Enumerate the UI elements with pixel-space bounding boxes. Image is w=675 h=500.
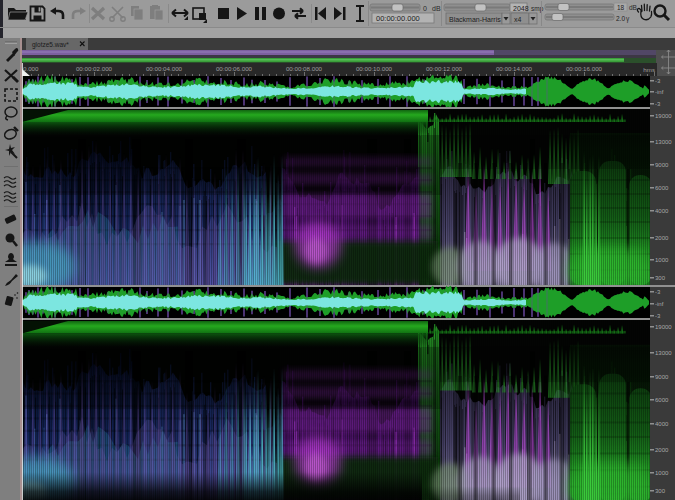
svg-text:00:00:08.000: 00:00:08.000 (286, 65, 323, 72)
svg-text:-3: -3 (655, 101, 661, 107)
svg-text:-3: -3 (655, 313, 661, 319)
svg-text:13000: 13000 (655, 350, 672, 356)
svg-text:19000: 19000 (655, 113, 672, 119)
svg-text:00:00:12.000: 00:00:12.000 (426, 65, 463, 72)
svg-text:300: 300 (655, 488, 666, 494)
svg-text:2000: 2000 (655, 447, 669, 453)
svg-text:0: 0 (423, 5, 427, 12)
svg-text:4000: 4000 (655, 421, 669, 427)
svg-text:9000: 9000 (655, 374, 669, 380)
svg-text:1000: 1000 (655, 470, 669, 476)
svg-text:-3: -3 (655, 78, 661, 84)
svg-text:2.0: 2.0 (616, 15, 625, 22)
svg-text:1000: 1000 (655, 257, 669, 263)
svg-text:2000: 2000 (655, 235, 669, 241)
svg-text:00:00:04.000: 00:00:04.000 (146, 65, 183, 72)
svg-text:18: 18 (617, 4, 625, 11)
svg-text:-3: -3 (655, 289, 661, 295)
svg-text:Blackman-Harris: Blackman-Harris (449, 16, 501, 23)
svg-text:2048: 2048 (513, 5, 529, 12)
svg-text:x4: x4 (514, 16, 522, 23)
svg-text:6000: 6000 (655, 397, 669, 403)
svg-text:dB: dB (432, 5, 441, 12)
svg-text:-inf: -inf (655, 89, 664, 95)
svg-text:00:00:06.000: 00:00:06.000 (216, 65, 253, 72)
svg-text:4000: 4000 (655, 208, 669, 214)
svg-text:19000: 19000 (655, 324, 672, 330)
svg-text:300: 300 (655, 275, 666, 281)
svg-text:00:00:02.000: 00:00:02.000 (76, 65, 113, 72)
svg-text:00:00:14.000: 00:00:14.000 (496, 65, 533, 72)
svg-text:00:00:16.000: 00:00:16.000 (566, 65, 603, 72)
svg-text:-inf: -inf (655, 301, 664, 307)
svg-text:dB: dB (629, 4, 637, 11)
svg-text:00:00:10.000: 00:00:10.000 (356, 65, 393, 72)
svg-text:6000: 6000 (655, 185, 669, 191)
svg-text:0.000: 0.000 (23, 65, 39, 72)
svg-text:hms: hms (643, 66, 655, 73)
svg-text:00:00:00.000: 00:00:00.000 (376, 14, 420, 23)
svg-text:9000: 9000 (655, 162, 669, 168)
svg-text:13000: 13000 (655, 139, 672, 145)
svg-text:glotze5.wav*: glotze5.wav* (32, 41, 69, 49)
